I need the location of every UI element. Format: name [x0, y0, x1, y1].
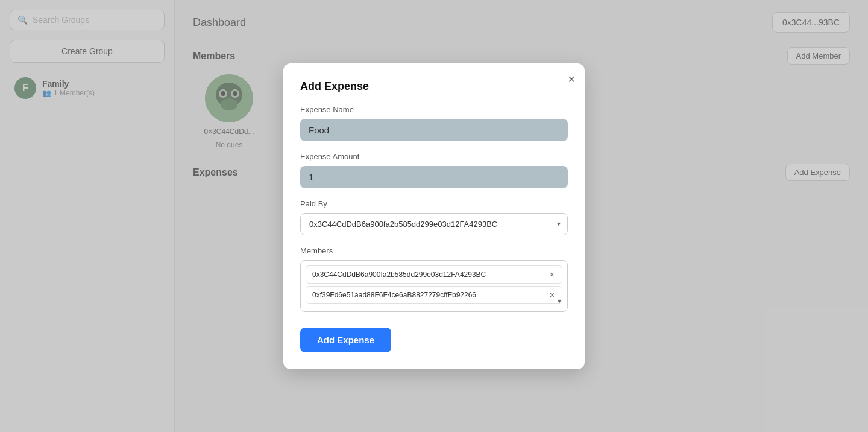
close-button[interactable]: ×: [568, 73, 575, 85]
expense-amount-group: Expense Amount: [300, 152, 568, 188]
members-group: Members 0x3C44CdDdB6a900fa2b585dd299e03d…: [300, 246, 568, 312]
expense-name-label: Expense Name: [300, 105, 568, 114]
expense-name-group: Expense Name: [300, 105, 568, 141]
add-expense-modal: × Add Expense Expense Name Expense Amoun…: [283, 63, 585, 369]
member-tag-remove-1[interactable]: ×: [549, 290, 556, 300]
add-expense-submit-button[interactable]: Add Expense: [300, 328, 391, 352]
member-tag-address-1: 0xf39Fd6e51aad88F6F4ce6aB8827279cffFb922…: [312, 291, 476, 299]
paid-by-select[interactable]: 0x3C44CdDdB6a900fa2b585dd299e03d12FA4293…: [300, 213, 568, 235]
member-tag-address-0: 0x3C44CdDdB6a900fa2b585dd299e03d12FA4293…: [312, 270, 486, 279]
member-tag-0: 0x3C44CdDdB6a900fa2b585dd299e03d12FA4293…: [306, 265, 562, 284]
members-label: Members: [300, 246, 568, 255]
expense-name-input[interactable]: [300, 119, 568, 141]
members-multiselect[interactable]: 0x3C44CdDdB6a900fa2b585dd299e03d12FA4293…: [300, 260, 568, 312]
modal-backdrop: × Add Expense Expense Name Expense Amoun…: [0, 0, 868, 432]
modal-title: Add Expense: [300, 80, 568, 93]
paid-by-group: Paid By 0x3C44CdDdB6a900fa2b585dd299e03d…: [300, 199, 568, 235]
paid-by-label: Paid By: [300, 199, 568, 208]
multiselect-arrow-icon: ▾: [558, 297, 561, 305]
member-tag-1: 0xf39Fd6e51aad88F6F4ce6aB8827279cffFb922…: [306, 286, 562, 304]
member-tag-remove-0[interactable]: ×: [549, 270, 556, 279]
paid-by-select-wrapper: 0x3C44CdDdB6a900fa2b585dd299e03d12FA4293…: [300, 213, 568, 235]
expense-amount-label: Expense Amount: [300, 152, 568, 161]
expense-amount-input[interactable]: [300, 166, 568, 188]
